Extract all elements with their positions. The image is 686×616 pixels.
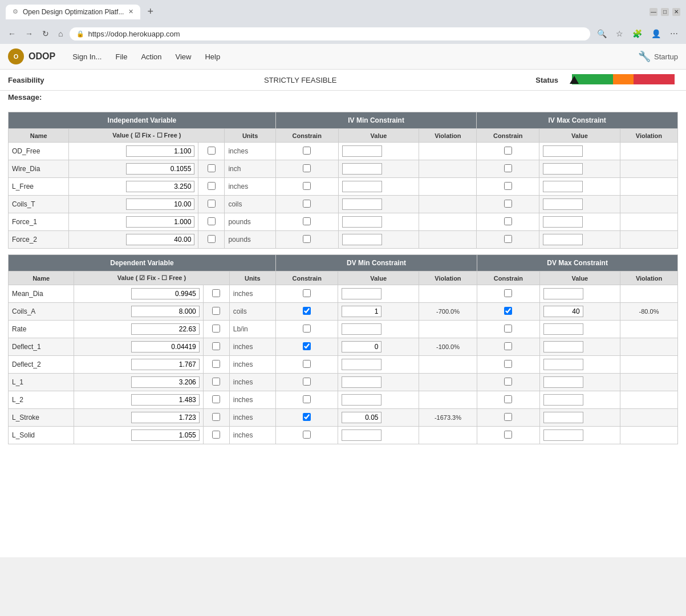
forward-button[interactable]: →	[23, 27, 35, 40]
dv-max-constrain-cell[interactable]	[477, 391, 540, 409]
dv-min-constrain-checkbox[interactable]	[303, 378, 311, 386]
dv-fixed-checkbox-cell[interactable]	[203, 409, 229, 427]
dv-fixed-checkbox-cell[interactable]	[203, 374, 229, 391]
dv-min-constrain-cell[interactable]	[275, 338, 338, 356]
dv-min-constrain-checkbox[interactable]	[303, 307, 311, 315]
iv-min-constrain-cell[interactable]	[275, 213, 338, 231]
iv-fixed-checkbox[interactable]	[208, 164, 216, 172]
iv-fixed-checkbox-cell[interactable]	[198, 231, 225, 249]
dv-min-constrain-checkbox[interactable]	[303, 431, 311, 439]
dv-min-value-input[interactable]	[342, 288, 381, 299]
iv-max-value-input[interactable]	[543, 216, 583, 228]
dv-value-input[interactable]	[131, 288, 200, 299]
iv-max-constrain-cell[interactable]	[477, 143, 539, 160]
dv-value-input[interactable]	[131, 376, 200, 388]
home-button[interactable]: ⌂	[56, 27, 65, 40]
dv-max-constrain-cell[interactable]	[477, 409, 540, 427]
dv-min-constrain-checkbox[interactable]	[303, 395, 311, 403]
iv-max-constrain-checkbox[interactable]	[504, 200, 512, 208]
dv-min-constrain-cell[interactable]	[275, 321, 338, 338]
iv-value-input[interactable]	[126, 198, 194, 210]
dv-min-constrain-cell[interactable]	[275, 303, 338, 321]
iv-fixed-checkbox-cell[interactable]	[198, 143, 225, 160]
dv-max-value-input[interactable]	[543, 306, 583, 317]
dv-max-constrain-checkbox[interactable]	[504, 342, 512, 350]
iv-min-constrain-checkbox[interactable]	[303, 200, 311, 208]
iv-min-constrain-checkbox[interactable]	[303, 217, 311, 225]
dv-min-value-input[interactable]	[342, 306, 381, 317]
iv-fixed-checkbox[interactable]	[208, 217, 216, 225]
url-bar[interactable]: 🔒 https://odop.herokuapp.com	[70, 27, 590, 40]
dv-min-constrain-cell[interactable]	[275, 427, 338, 444]
iv-min-value-input[interactable]	[342, 198, 382, 210]
back-button[interactable]: ←	[6, 27, 18, 40]
dv-min-constrain-cell[interactable]	[275, 285, 338, 303]
dv-max-constrain-cell[interactable]	[477, 374, 540, 391]
dv-fixed-checkbox-cell[interactable]	[203, 303, 229, 321]
iv-min-constrain-checkbox[interactable]	[303, 164, 311, 172]
dv-max-value-input[interactable]	[543, 323, 583, 335]
iv-max-value-input[interactable]	[543, 145, 583, 157]
dv-fixed-checkbox-cell[interactable]	[203, 391, 229, 409]
dv-max-value-input[interactable]	[543, 359, 583, 370]
iv-max-constrain-cell[interactable]	[477, 213, 539, 231]
dv-fixed-checkbox[interactable]	[212, 431, 220, 439]
dv-max-constrain-cell[interactable]	[477, 427, 540, 444]
dv-fixed-checkbox[interactable]	[212, 413, 220, 421]
iv-min-constrain-checkbox[interactable]	[303, 182, 311, 190]
dv-min-value-input[interactable]	[342, 412, 381, 423]
iv-min-constrain-checkbox[interactable]	[303, 235, 311, 243]
iv-min-value-input[interactable]	[342, 163, 382, 175]
tab-close-icon[interactable]: ✕	[128, 8, 133, 15]
iv-max-constrain-cell[interactable]	[477, 196, 539, 213]
dv-fixed-checkbox[interactable]	[212, 378, 220, 386]
dv-min-constrain-checkbox[interactable]	[303, 289, 311, 297]
iv-min-constrain-cell[interactable]	[275, 231, 338, 249]
iv-fixed-checkbox-cell[interactable]	[198, 178, 225, 196]
dv-value-input[interactable]	[131, 394, 200, 406]
iv-min-value-input[interactable]	[342, 234, 382, 245]
iv-min-constrain-cell[interactable]	[275, 178, 338, 196]
dv-fixed-checkbox[interactable]	[212, 360, 220, 368]
dv-fixed-checkbox[interactable]	[212, 395, 220, 403]
dv-max-value-input[interactable]	[543, 376, 583, 388]
iv-fixed-checkbox[interactable]	[208, 235, 216, 243]
new-tab-button[interactable]: +	[143, 3, 158, 20]
dv-min-value-input[interactable]	[342, 376, 381, 388]
dv-value-input[interactable]	[131, 429, 200, 441]
dv-fixed-checkbox-cell[interactable]	[203, 321, 229, 338]
search-icon[interactable]: 🔍	[595, 27, 609, 40]
active-tab[interactable]: ⚙ Open Design Optimization Platf... ✕	[6, 5, 140, 19]
dv-min-value-input[interactable]	[342, 359, 381, 370]
dv-max-value-input[interactable]	[543, 412, 583, 423]
iv-fixed-checkbox[interactable]	[208, 200, 216, 208]
dv-min-constrain-checkbox[interactable]	[303, 360, 311, 368]
dv-min-constrain-cell[interactable]	[275, 391, 338, 409]
dv-min-constrain-cell[interactable]	[275, 409, 338, 427]
iv-max-value-input[interactable]	[543, 181, 583, 192]
dv-max-constrain-cell[interactable]	[477, 321, 540, 338]
iv-max-constrain-checkbox[interactable]	[504, 182, 512, 190]
iv-fixed-checkbox-cell[interactable]	[198, 196, 225, 213]
iv-max-value-input[interactable]	[543, 234, 583, 245]
startup-button[interactable]: 🔧 Startup	[638, 50, 678, 63]
dv-max-value-input[interactable]	[543, 429, 583, 441]
dv-min-value-input[interactable]	[342, 341, 381, 352]
iv-max-constrain-checkbox[interactable]	[504, 164, 512, 172]
dv-value-input[interactable]	[131, 323, 200, 335]
iv-max-constrain-checkbox[interactable]	[504, 235, 512, 243]
dv-min-constrain-checkbox[interactable]	[303, 325, 311, 333]
dv-min-value-input[interactable]	[342, 323, 381, 335]
dv-max-value-input[interactable]	[543, 288, 583, 299]
dv-max-constrain-checkbox[interactable]	[504, 431, 512, 439]
dv-min-constrain-cell[interactable]	[275, 374, 338, 391]
dv-min-value-input[interactable]	[342, 394, 381, 406]
iv-fixed-checkbox[interactable]	[208, 182, 216, 190]
dv-max-constrain-checkbox[interactable]	[504, 307, 512, 315]
iv-max-constrain-cell[interactable]	[477, 160, 539, 178]
dv-max-constrain-checkbox[interactable]	[504, 378, 512, 386]
file-menu[interactable]: File	[109, 50, 133, 63]
dv-fixed-checkbox[interactable]	[212, 342, 220, 350]
dv-max-value-input[interactable]	[543, 394, 583, 406]
dv-max-constrain-checkbox[interactable]	[504, 413, 512, 421]
